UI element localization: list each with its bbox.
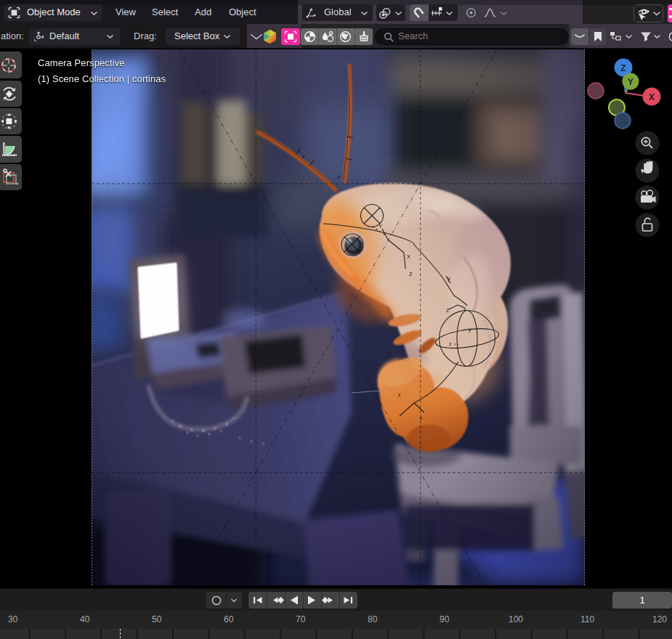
- svg-text:Z: Z: [620, 63, 626, 73]
- svg-text:Y: Y: [628, 77, 633, 87]
- svg-text:X: X: [649, 92, 655, 102]
